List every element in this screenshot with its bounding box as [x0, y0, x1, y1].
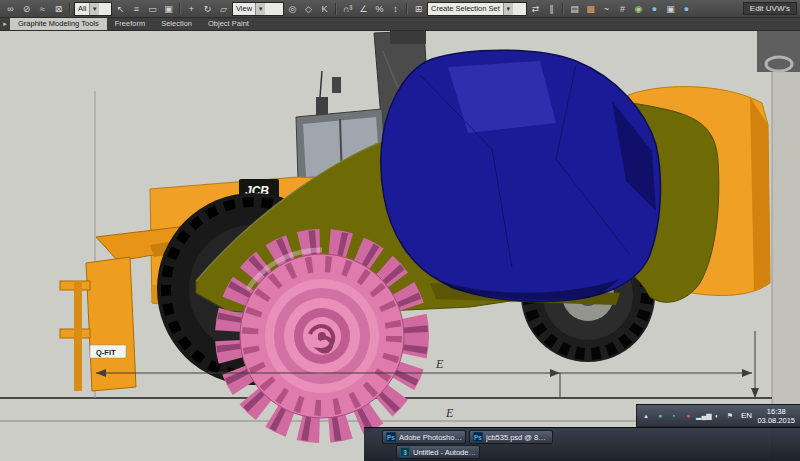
dimension-label-upper: E	[435, 357, 444, 371]
taskbar: Ps Adobe Photoshop CS... Ps jcb535.psd @…	[364, 427, 800, 461]
clock-date: 03.08.2015	[757, 416, 795, 425]
qfit-label: Q-FIT	[96, 348, 116, 357]
select-object-icon[interactable]: ↖	[113, 2, 128, 16]
taskbar-button-label: jcb535.psd @ 81,9% ...	[486, 433, 549, 442]
dimension-label-lower: E	[445, 406, 454, 420]
render-production-icon[interactable]: ●	[679, 2, 694, 16]
volume-icon[interactable]: ◖	[710, 412, 722, 419]
selection-lock-icon[interactable]: ⊠	[51, 2, 66, 16]
taskbar-button-label: Untitled - Autodesk 3...	[413, 448, 476, 457]
perspective-viewport[interactable]: JCB Q-FIT	[0, 31, 800, 461]
viewcube-area[interactable]	[757, 31, 800, 72]
select-and-link-icon[interactable]: ∞	[3, 2, 18, 16]
reference-plane-edge	[772, 31, 800, 461]
graphite-ribbon-toggle-icon[interactable]: ▩	[583, 2, 598, 16]
3ds-max-icon: 3	[400, 447, 410, 457]
tray-status-blue-icon[interactable]: ▪	[668, 412, 680, 419]
keyboard-shortcut-override-icon[interactable]: K	[317, 2, 332, 16]
language-indicator[interactable]: EN	[738, 411, 755, 420]
tab-graphite-modeling-tools[interactable]: Graphite Modeling Tools	[10, 18, 107, 30]
show-hidden-icons-icon[interactable]: ▴	[640, 412, 652, 420]
named-selection-set-value: Create Selection Set	[428, 3, 503, 15]
edit-uvws-window-title[interactable]: Edit UVW's	[743, 2, 797, 15]
photoshop-icon: Ps	[473, 432, 483, 442]
taskbar-button-label: Adobe Photoshop CS...	[399, 433, 462, 442]
chevron-down-icon: ▼	[89, 3, 99, 15]
clock-time: 16:38	[767, 407, 786, 416]
ribbon-expand-icon[interactable]: ▸	[0, 18, 10, 30]
selection-filter-value: All	[75, 3, 89, 15]
named-selection-set-dropdown[interactable]: Create Selection Set ▼	[427, 2, 527, 16]
rectangular-selection-region-icon[interactable]: ▭	[145, 2, 160, 16]
reference-coordinate-dropdown[interactable]: View ▼	[232, 2, 284, 16]
edit-named-selection-sets-icon[interactable]: ⊞	[411, 2, 426, 16]
action-center-icon[interactable]: ⚑	[724, 412, 736, 420]
system-tray: ▴ ● ▪ ● ▂▄▆ ◖ ⚑ EN 16:38 03.08.2015	[636, 404, 800, 427]
window-crossing-icon[interactable]: ▣	[161, 2, 176, 16]
taskbar-button-jcb535-psd[interactable]: Ps jcb535.psd @ 81,9% ...	[469, 430, 553, 444]
mirror-icon[interactable]: ⇄	[528, 2, 543, 16]
taskbar-button-photoshop[interactable]: Ps Adobe Photoshop CS...	[382, 430, 466, 444]
tab-object-paint[interactable]: Object Paint	[200, 18, 257, 30]
cab-mesh[interactable]	[381, 50, 661, 301]
layer-manager-icon[interactable]: ▤	[567, 2, 582, 16]
tab-selection[interactable]: Selection	[153, 18, 200, 30]
render-setup-icon[interactable]: ●	[647, 2, 662, 16]
align-icon[interactable]: ∥	[544, 2, 559, 16]
select-and-manipulate-icon[interactable]: ◇	[301, 2, 316, 16]
unlink-selection-icon[interactable]: ⊘	[19, 2, 34, 16]
tab-freeform[interactable]: Freeform	[107, 18, 153, 30]
toolbar-separator	[335, 3, 337, 15]
percent-snap-icon[interactable]: %	[372, 2, 387, 16]
rendered-frame-window-icon[interactable]: ▣	[663, 2, 678, 16]
taskbar-clock[interactable]: 16:38 03.08.2015	[757, 407, 797, 425]
selection-filter-dropdown[interactable]: All ▼	[74, 2, 112, 16]
bind-to-space-warp-icon[interactable]: ≈	[35, 2, 50, 16]
angle-snap-icon[interactable]: ∠	[356, 2, 371, 16]
reference-coordinate-value: View	[233, 3, 255, 15]
taskbar-button-3dsmax[interactable]: 3 Untitled - Autodesk 3...	[396, 445, 480, 459]
chevron-down-icon: ▼	[503, 3, 513, 15]
ribbon-tabs: ▸ Graphite Modeling Tools Freeform Selec…	[0, 18, 800, 31]
material-editor-icon[interactable]: ◉	[631, 2, 646, 16]
network-icon[interactable]: ▂▄▆	[696, 412, 708, 420]
select-and-move-icon[interactable]: +	[184, 2, 199, 16]
wheel-mesh[interactable]	[228, 242, 416, 430]
snaps-toggle-icon[interactable]: ∩³	[340, 2, 355, 16]
spinner-snap-icon[interactable]: ↕	[388, 2, 403, 16]
3ds-max-window: ∞ ⊘ ≈ ⊠ All ▼ ↖ ≡ ▭ ▣ + ↻ ▱ View ▼ ◎ ◇ K…	[0, 0, 800, 461]
photoshop-icon: Ps	[386, 432, 396, 442]
tray-status-green-icon[interactable]: ●	[654, 412, 666, 419]
chevron-down-icon: ▼	[255, 3, 265, 15]
toolbar-separator	[69, 3, 71, 15]
schematic-view-icon[interactable]: #	[615, 2, 630, 16]
select-and-rotate-icon[interactable]: ↻	[200, 2, 215, 16]
use-pivot-point-center-icon[interactable]: ◎	[285, 2, 300, 16]
curve-editor-icon[interactable]: ~	[599, 2, 614, 16]
select-and-scale-icon[interactable]: ▱	[216, 2, 231, 16]
main-toolbar: ∞ ⊘ ≈ ⊠ All ▼ ↖ ≡ ▭ ▣ + ↻ ▱ View ▼ ◎ ◇ K…	[0, 0, 800, 18]
toolbar-separator	[562, 3, 564, 15]
tray-status-red-icon[interactable]: ●	[682, 412, 694, 419]
toolbar-separator	[406, 3, 408, 15]
toolbar-separator	[179, 3, 181, 15]
select-by-name-icon[interactable]: ≡	[129, 2, 144, 16]
